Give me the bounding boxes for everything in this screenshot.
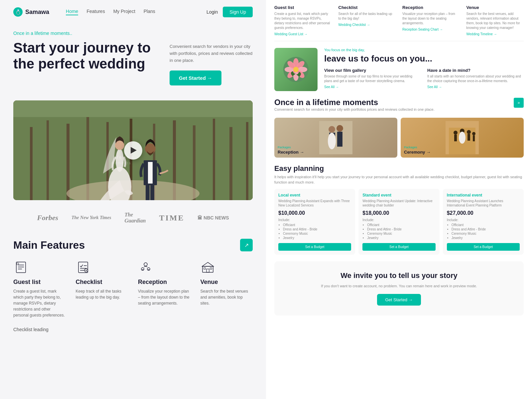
feature-reception: Reception Visualize your reception plan …	[138, 260, 191, 318]
press-nbc: 🏛 NBC NEWS	[198, 215, 229, 220]
focus-sub-date: Have a date in mind? It all starts with …	[427, 68, 524, 89]
focus-content: You focus on the big day, leave us to fo…	[324, 48, 524, 91]
nav-features[interactable]: Features	[86, 9, 105, 15]
svg-rect-18	[146, 184, 150, 200]
svg-rect-55	[319, 121, 352, 154]
svg-marker-41	[202, 262, 213, 266]
press-nyt: The New York Times	[71, 215, 111, 220]
card-btn-international[interactable]: Set a Budget	[447, 243, 520, 251]
logo[interactable]: 💍 Samawa	[13, 7, 49, 17]
checklist-icon	[76, 260, 91, 275]
story-title: We invite you to tell us your story	[284, 271, 514, 280]
top-feature-title-2: Reception	[402, 5, 460, 10]
svg-text:m o m e n t s: m o m e n t s	[111, 161, 131, 165]
card-subtitle-0: Wedding Planning Assistant Expands with …	[278, 199, 351, 207]
top-feature-guestlist: Guest list Create a guest list, mark whi…	[274, 5, 332, 36]
top-feature-link-1[interactable]: Wedding Checklist →	[338, 23, 396, 27]
nav-project[interactable]: My Project	[113, 9, 135, 15]
focus-sub-link-0[interactable]: See All →	[324, 85, 421, 89]
planning-desc: It helps with inspiration it'll help you…	[274, 175, 524, 185]
card-item-0-3: Jewelry	[283, 236, 351, 240]
hero-section: Once in a lifetime moments.. Start your …	[0, 24, 266, 95]
card-item-1-0: Officiant	[367, 223, 435, 227]
planning-card-local: Local event Wedding Planning Assistant E…	[274, 189, 355, 255]
card-price-1: $18,000.00	[362, 210, 435, 216]
focus-section: You focus on the big day, leave us to fo…	[274, 48, 524, 91]
svg-rect-70	[473, 135, 475, 141]
navbar: 💍 Samawa Home Features My Project Plans …	[0, 0, 266, 24]
card-btn-standard[interactable]: Set a Budget	[362, 243, 435, 251]
top-feature-venue: Venue Search for the best venues, add ve…	[466, 5, 524, 36]
card-item-0-0: Officiant	[283, 223, 351, 227]
story-get-started-button[interactable]: Get Started →	[377, 294, 421, 306]
brand-name: Samawa	[25, 9, 49, 16]
top-feature-link-0[interactable]: Wedding Guest List →	[274, 32, 332, 36]
card-item-0-1: Dress and Attire - Bride	[283, 227, 351, 231]
photo-name-0[interactable]: Reception →	[278, 150, 304, 155]
svg-rect-19	[150, 184, 154, 200]
card-include-2: Include:	[447, 218, 520, 222]
hero-content: Start your journey to the perfect weddin…	[13, 40, 253, 85]
svg-rect-25	[16, 262, 26, 273]
svg-rect-64	[454, 135, 457, 141]
play-button[interactable]	[124, 141, 142, 160]
lifetime-photo-reception: Packages Reception →	[274, 118, 397, 158]
feature-name-reception: Reception	[138, 279, 167, 286]
focus-big-title: leave us to focus on you...	[324, 54, 524, 64]
card-item-0-2: Ceremony Music	[283, 232, 351, 235]
play-icon	[131, 147, 137, 154]
nav-home[interactable]: Home	[66, 9, 78, 15]
svg-rect-68	[467, 134, 470, 141]
story-desc: If you don't want to create account, no …	[284, 283, 514, 289]
focus-sub-desc-0: Browse through some of our top films to …	[324, 74, 421, 83]
top-feature-link-2[interactable]: Reception Seating Chart →	[402, 28, 460, 31]
features-header: Main Features ↗	[13, 239, 253, 251]
nav-plans[interactable]: Plans	[144, 9, 155, 15]
card-title-2: International event	[447, 193, 520, 198]
card-items-0: Officiant Dress and Attire - Bride Cerem…	[278, 223, 351, 240]
guest-list-icon	[13, 260, 28, 275]
svg-rect-42	[206, 269, 209, 272]
hero-description: Convenient search for vendors in your ci…	[170, 43, 253, 64]
feature-name-guestlist: Guest list	[13, 279, 41, 286]
top-feature-reception: Reception Visualize your reception plan …	[402, 5, 460, 36]
focus-sub-link-1[interactable]: See All →	[427, 85, 524, 89]
top-feature-link-3[interactable]: Wedding Timeline →	[466, 32, 524, 36]
right-panel: Guest list Create a guest list, mark whi…	[266, 0, 532, 399]
svg-point-67	[467, 130, 471, 134]
top-features-row: Guest list Create a guest list, mark whi…	[274, 5, 524, 41]
card-btn-local[interactable]: Set a Budget	[278, 243, 351, 251]
photo-label-reception: Packages Reception →	[278, 146, 304, 155]
login-button[interactable]: Login	[206, 9, 218, 15]
photo-name-1[interactable]: Ceremony →	[404, 150, 431, 155]
feature-desc-checklist: Keep track of all the tasks leading up t…	[76, 288, 128, 300]
lifetime-section: Once in a lifetime moments Convenient se…	[274, 98, 524, 158]
feature-checklist: Checklist Keep track of all the tasks le…	[76, 260, 128, 318]
story-section: We invite you to tell us your story If y…	[274, 261, 524, 316]
press-guardian: TheGuardian	[124, 212, 146, 224]
svg-rect-29	[17, 263, 19, 265]
left-panel: 💍 Samawa Home Features My Project Plans …	[0, 0, 266, 399]
nav-links: Home Features My Project Plans	[66, 9, 197, 15]
wedding-image: l i f e t i m e m o m e n t s	[13, 100, 253, 200]
focus-sub-title-0: View our film gallery	[324, 68, 421, 73]
hero-tagline: Once in a lifetime moments..	[13, 31, 253, 36]
press-forbes: Forbes	[37, 213, 58, 222]
card-price-2: $27,000.00	[447, 210, 520, 216]
press-time: TIME	[159, 213, 184, 222]
lifetime-photo-ceremony: Packages Ceremony →	[401, 118, 524, 158]
get-started-button[interactable]: Get Started →	[170, 70, 221, 85]
logo-icon: 💍	[13, 7, 23, 17]
lifetime-arrow-button[interactable]: »	[514, 98, 524, 108]
feature-desc-guestlist: Create a guest list, mark which party th…	[13, 288, 66, 318]
svg-point-57	[336, 125, 343, 132]
feature-desc-reception: Visualize your reception plan – from the…	[138, 288, 191, 306]
features-arrow-button[interactable]: ↗	[240, 239, 253, 251]
svg-point-56	[329, 126, 335, 133]
card-title-1: Standard event	[362, 193, 435, 198]
signup-button[interactable]: Sign Up	[223, 7, 253, 17]
lifetime-header: Once in a lifetime moments Convenient se…	[274, 98, 524, 116]
card-subtitle-2: Wedding Planning Assistant Launches Inte…	[447, 199, 520, 207]
photo-pkg-0: Packages	[278, 146, 304, 149]
card-include-0: Include:	[278, 218, 351, 222]
